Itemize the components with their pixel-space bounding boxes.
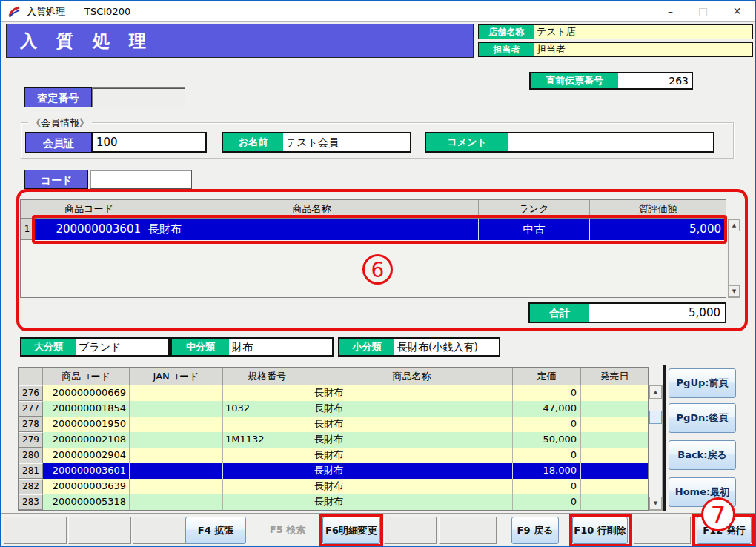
f10-button[interactable]: F10 行削除 bbox=[572, 517, 628, 544]
product-release bbox=[581, 494, 648, 510]
total-value: 5,000 bbox=[589, 304, 725, 322]
staff-value: 担当者 bbox=[534, 43, 752, 56]
products-header-spec: 規格番号 bbox=[223, 368, 311, 385]
pawn-header-name: 商品名称 bbox=[145, 200, 479, 219]
product-price: 0 bbox=[513, 417, 581, 432]
products-header-name: 商品名称 bbox=[311, 368, 513, 385]
page-title: 入 質 処 理 bbox=[6, 24, 474, 58]
fkey-empty-cell bbox=[439, 517, 497, 544]
product-row-num: 283 bbox=[19, 494, 43, 510]
table-row[interactable]: 1 200000003601 長財布 中古 5,000 bbox=[21, 219, 726, 240]
table-row[interactable]: 280 200000002904 長財布 0 bbox=[19, 448, 648, 463]
product-jan bbox=[130, 479, 223, 494]
category-mid-row: 中分類 財布 bbox=[170, 337, 334, 357]
products-header-price: 定価 bbox=[513, 368, 581, 385]
comment-label: コメント bbox=[426, 133, 508, 151]
member-card-label: 会員証 bbox=[25, 132, 92, 153]
pawn-items-table: 商品コード 商品名称 ランク 質評価額 1 200000003601 長財布 中… bbox=[20, 199, 726, 298]
product-name: 長財布 bbox=[311, 479, 513, 494]
table-row[interactable]: 276 200000000669 長財布 0 bbox=[19, 385, 648, 401]
product-name: 長財布 bbox=[311, 432, 513, 448]
pawn-header-rank: ランク bbox=[479, 200, 590, 219]
product-jan bbox=[130, 401, 223, 417]
products-table: 商品コード JANコード 規格番号 商品名称 定価 発売日 276 200000… bbox=[18, 367, 649, 511]
pgdn-button[interactable]: PgDn:後頁 bbox=[669, 403, 736, 433]
product-price: 47,000 bbox=[513, 401, 581, 417]
f4-button[interactable]: F4 拡張 bbox=[185, 517, 246, 544]
products-scrollbar[interactable]: ▲ ▼ bbox=[649, 385, 663, 511]
pawn-items-scrollbar[interactable]: ▲ ▼ bbox=[728, 219, 740, 298]
product-name: 長財布 bbox=[311, 417, 513, 432]
comment-input[interactable] bbox=[508, 133, 713, 151]
store-name-value: テスト店 bbox=[534, 25, 752, 39]
f12-button[interactable]: F12 発行 bbox=[697, 517, 752, 544]
product-price: 50,000 bbox=[513, 432, 581, 448]
table-row[interactable]: 277 200000001854 1032 長財布 47,000 bbox=[19, 401, 648, 417]
product-jan bbox=[130, 463, 223, 479]
table-row[interactable]: 278 200000001950 長財布 0 bbox=[19, 417, 648, 432]
table-row[interactable]: 283 200000005318 長財布 0 bbox=[19, 494, 648, 510]
f9-button[interactable]: F9 戻る bbox=[511, 517, 559, 544]
product-row-num: 282 bbox=[19, 479, 43, 494]
products-header-code: 商品コード bbox=[43, 368, 130, 385]
scrollbar-thumb[interactable] bbox=[649, 411, 662, 424]
pawn-row-name: 長財布 bbox=[145, 219, 479, 240]
product-code: 200000005318 bbox=[43, 494, 130, 510]
product-name: 長財布 bbox=[311, 448, 513, 463]
product-release bbox=[581, 401, 648, 417]
fkey-empty-cell bbox=[634, 517, 691, 544]
pgup-button[interactable]: PgUp:前頁 bbox=[669, 368, 736, 398]
product-release bbox=[581, 479, 648, 494]
product-price: 0 bbox=[513, 448, 581, 463]
pawn-row-code: 200000003601 bbox=[33, 219, 145, 240]
previous-slip-value: 263 bbox=[618, 73, 692, 88]
product-spec bbox=[223, 385, 311, 401]
panel-divider bbox=[663, 365, 666, 511]
assessment-no-label: 査定番号 bbox=[24, 87, 92, 107]
pawn-row-num: 1 bbox=[21, 219, 33, 240]
product-code: 200000001854 bbox=[43, 401, 130, 417]
product-code: 200000000669 bbox=[43, 385, 130, 401]
app-icon bbox=[8, 6, 21, 19]
assessment-no-input bbox=[92, 87, 185, 107]
category-minor-label: 小分類 bbox=[339, 339, 394, 355]
product-jan bbox=[130, 417, 223, 432]
product-price: 0 bbox=[513, 479, 581, 494]
category-mid-value: 財布 bbox=[229, 339, 332, 355]
fkey-empty-cell bbox=[68, 517, 131, 544]
scroll-up-icon[interactable]: ▲ bbox=[729, 219, 740, 231]
product-code: 200000002904 bbox=[43, 448, 130, 463]
app-window: 入質処理 TSCI0200 – □ ✕ 入 質 処 理 店舗名称 テスト店 担当… bbox=[0, 0, 756, 547]
scroll-down-icon[interactable]: ▼ bbox=[649, 497, 662, 510]
product-price: 0 bbox=[513, 494, 581, 510]
products-header-release: 発売日 bbox=[581, 368, 648, 385]
product-release bbox=[581, 417, 648, 432]
store-name-label: 店舗名称 bbox=[479, 25, 534, 39]
category-major-value: ブランド bbox=[76, 339, 168, 355]
code-input[interactable] bbox=[90, 170, 192, 189]
products-header-rownum bbox=[19, 368, 43, 385]
category-minor-row: 小分類 長財布(小銭入有) bbox=[338, 337, 500, 357]
minimize-icon[interactable]: – bbox=[657, 1, 684, 21]
product-price: 18,000 bbox=[513, 463, 581, 479]
products-header-jan: JANコード bbox=[130, 368, 223, 385]
table-row[interactable]: 282 200000003639 長財布 0 bbox=[19, 479, 648, 494]
table-row[interactable]: 279 200000002108 1M1132 長財布 50,000 bbox=[19, 432, 648, 448]
product-name: 長財布 bbox=[311, 385, 513, 401]
member-card-input[interactable]: 100 bbox=[92, 132, 207, 153]
product-spec bbox=[223, 494, 311, 510]
f6-button[interactable]: F6明細変更 bbox=[322, 517, 380, 544]
scroll-up-icon[interactable]: ▲ bbox=[649, 385, 662, 399]
back-button[interactable]: Back:戻る bbox=[669, 440, 736, 470]
category-major-label: 大分類 bbox=[21, 339, 76, 355]
home-button[interactable]: Home:最初 bbox=[669, 477, 736, 507]
table-row-selected[interactable]: 281 200000003601 長財布 18,000 bbox=[19, 463, 648, 479]
title-bar: 入質処理 TSCI0200 – □ ✕ bbox=[1, 1, 755, 22]
product-release bbox=[581, 463, 648, 479]
scroll-down-icon[interactable]: ▼ bbox=[729, 285, 740, 297]
close-icon[interactable]: ✕ bbox=[723, 1, 751, 21]
product-spec bbox=[223, 448, 311, 463]
product-name: 長財布 bbox=[311, 494, 513, 510]
member-name-value: テスト会員 bbox=[283, 133, 410, 151]
fkey-empty-cell bbox=[4, 517, 67, 544]
